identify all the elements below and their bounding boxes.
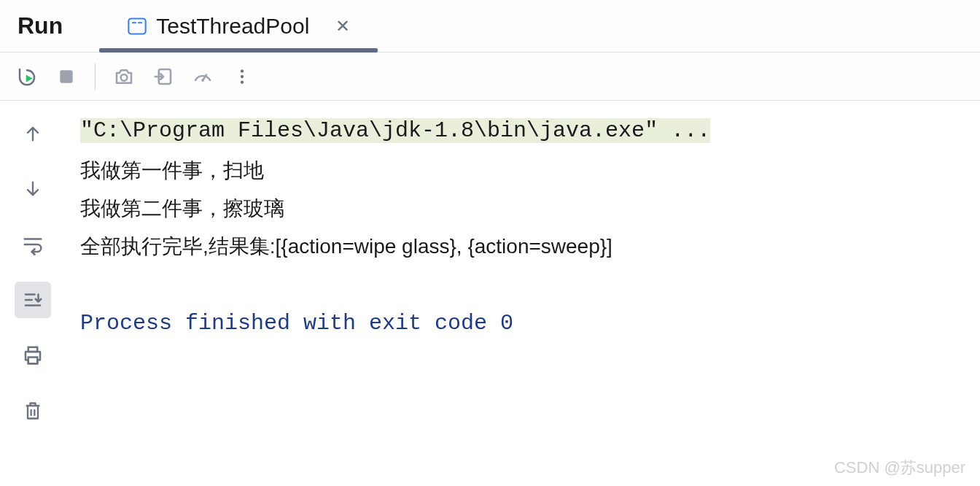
- tool-window-header: Run TestThreadPool ✕: [0, 0, 980, 53]
- console-output[interactable]: "C:\Program Files\Java\jdk-1.8\bin\java.…: [66, 101, 980, 486]
- more-options-icon[interactable]: [225, 60, 259, 93]
- svg-rect-2: [138, 22, 142, 23]
- svg-rect-1: [132, 22, 136, 23]
- run-toolbar: [0, 53, 980, 101]
- svg-rect-11: [28, 358, 38, 364]
- output-line: 全部执行完毕,结果集:[{action=wipe glass}, {action…: [80, 228, 965, 266]
- camera-icon[interactable]: [107, 60, 141, 93]
- exit-code-line: Process finished with exit code 0: [80, 304, 965, 344]
- toolbar-divider: [95, 63, 96, 90]
- scroll-up-icon[interactable]: [15, 115, 51, 152]
- svg-point-9: [241, 80, 244, 83]
- print-icon[interactable]: [15, 337, 51, 374]
- tool-window-title: Run: [18, 12, 63, 39]
- svg-point-7: [241, 69, 244, 72]
- trash-icon[interactable]: [15, 393, 51, 429]
- output-line: 我做第二件事，擦玻璃: [80, 190, 965, 228]
- close-tab-icon[interactable]: ✕: [335, 16, 350, 36]
- tab-label: TestThreadPool: [156, 14, 309, 39]
- console-gutter: [0, 101, 66, 486]
- output-line: 我做第一件事，扫地: [80, 152, 965, 190]
- tab-active-indicator: [99, 48, 378, 53]
- svg-rect-0: [129, 18, 146, 34]
- run-tab[interactable]: TestThreadPool ✕: [121, 0, 356, 52]
- watermark: CSDN @苏supper: [834, 457, 965, 479]
- rerun-button[interactable]: [10, 60, 44, 93]
- scroll-to-end-icon[interactable]: [15, 282, 51, 318]
- soft-wrap-icon[interactable]: [15, 226, 51, 263]
- scroll-down-icon[interactable]: [15, 171, 51, 207]
- svg-rect-3: [60, 70, 72, 82]
- console-content-area: "C:\Program Files\Java\jdk-1.8\bin\java.…: [0, 101, 980, 486]
- svg-point-4: [121, 74, 128, 80]
- import-icon[interactable]: [147, 60, 180, 93]
- stop-button[interactable]: [50, 60, 83, 93]
- dashboard-icon[interactable]: [186, 60, 219, 93]
- svg-point-8: [241, 74, 244, 77]
- svg-point-6: [201, 79, 204, 82]
- java-class-icon: [127, 16, 147, 36]
- command-line: "C:\Program Files\Java\jdk-1.8\bin\java.…: [80, 118, 710, 143]
